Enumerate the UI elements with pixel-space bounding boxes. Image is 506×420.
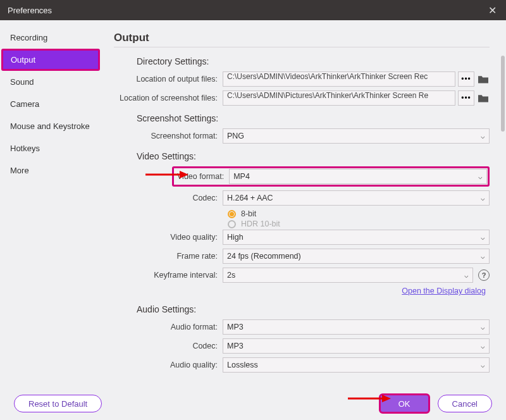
section-video: Video Settings: xyxy=(137,151,490,161)
video-format-label: Video format: xyxy=(175,172,229,181)
keyframe-label: Keyframe interval: xyxy=(114,271,223,280)
radio-8bit-label: 8-bit xyxy=(241,209,256,218)
sidebar-item-sound[interactable]: Sound xyxy=(0,71,102,93)
footer: Reset to Default OK Cancel xyxy=(0,387,506,420)
display-dialog-link[interactable]: Open the Display dialog xyxy=(114,287,486,295)
chevron-down-icon: ⌵ xyxy=(481,342,485,350)
radio-hdr10[interactable] xyxy=(228,220,236,228)
sidebar: Recording Output Sound Camera Mouse and … xyxy=(0,20,102,387)
video-codec-select[interactable]: H.264 + AAC⌵ xyxy=(223,190,490,206)
folder-icon[interactable] xyxy=(477,74,490,84)
ok-button[interactable]: OK xyxy=(379,393,430,414)
video-format-select[interactable]: MP4⌵ xyxy=(229,169,487,184)
video-format-highlight: Video format: MP4⌵ xyxy=(172,166,490,187)
window-title: Preferences xyxy=(8,6,486,15)
audio-quality-select[interactable]: Lossless⌵ xyxy=(223,357,490,373)
chevron-down-icon: ⌵ xyxy=(481,194,485,202)
folder-icon[interactable] xyxy=(477,93,490,103)
audio-codec-select[interactable]: MP3⌵ xyxy=(223,338,490,354)
screenshot-format-label: Screenshot format: xyxy=(114,132,223,140)
audio-format-select[interactable]: MP3⌵ xyxy=(223,319,490,335)
browse-output-button[interactable]: ••• xyxy=(458,71,474,87)
page-title: Output xyxy=(114,32,490,47)
chevron-down-icon: ⌵ xyxy=(481,252,485,261)
keyframe-select[interactable]: 2s⌵ xyxy=(223,268,473,283)
screenshot-format-select[interactable]: PNG⌵ xyxy=(223,128,490,144)
scrollbar[interactable] xyxy=(501,56,505,132)
frame-rate-select[interactable]: 24 fps (Recommend)⌵ xyxy=(223,249,490,264)
sidebar-item-recording[interactable]: Recording xyxy=(0,27,102,49)
chevron-down-icon: ⌵ xyxy=(481,132,485,140)
video-quality-label: Video quality: xyxy=(114,233,223,242)
section-audio: Audio Settings: xyxy=(137,304,490,314)
audio-codec-label: Codec: xyxy=(114,342,223,350)
video-codec-label: Codec: xyxy=(114,194,223,202)
sidebar-item-output[interactable]: Output xyxy=(1,49,100,71)
sidebar-item-mouse-keystroke[interactable]: Mouse and Keystroke xyxy=(0,115,102,137)
browse-screenshot-button[interactable]: ••• xyxy=(458,90,474,106)
section-directory: Directory Settings: xyxy=(137,56,490,66)
screenshot-path-label: Location of screenshot files: xyxy=(114,94,223,102)
close-icon[interactable]: ✕ xyxy=(486,4,498,16)
cancel-button[interactable]: Cancel xyxy=(438,395,492,412)
sidebar-item-more[interactable]: More xyxy=(0,159,102,182)
chevron-down-icon: ⌵ xyxy=(481,323,485,331)
content-pane: Output Directory Settings: Location of o… xyxy=(102,20,506,387)
chevron-down-icon: ⌵ xyxy=(481,361,485,369)
audio-quality-label: Audio quality: xyxy=(114,361,223,369)
radio-8bit[interactable] xyxy=(228,210,236,218)
chevron-down-icon: ⌵ xyxy=(464,271,469,280)
section-screenshot: Screenshot Settings: xyxy=(137,113,490,123)
sidebar-item-camera[interactable]: Camera xyxy=(0,93,102,115)
screenshot-path-input[interactable]: C:\Users\ADMIN\Pictures\ArkThinker\ArkTh… xyxy=(223,90,455,106)
help-icon[interactable]: ? xyxy=(478,269,490,281)
frame-rate-label: Frame rate: xyxy=(114,252,223,261)
titlebar: Preferences ✕ xyxy=(0,0,506,20)
reset-button[interactable]: Reset to Default xyxy=(14,395,102,412)
chevron-down-icon: ⌵ xyxy=(478,173,483,181)
output-path-label: Location of output files: xyxy=(114,75,223,83)
video-quality-select[interactable]: High⌵ xyxy=(223,230,490,245)
sidebar-item-hotkeys[interactable]: Hotkeys xyxy=(0,137,102,159)
audio-format-label: Audio format: xyxy=(114,323,223,331)
radio-hdr10-label: HDR 10-bit xyxy=(241,219,280,228)
output-path-input[interactable]: C:\Users\ADMIN\Videos\ArkThinker\ArkThin… xyxy=(223,71,455,87)
chevron-down-icon: ⌵ xyxy=(481,233,485,242)
